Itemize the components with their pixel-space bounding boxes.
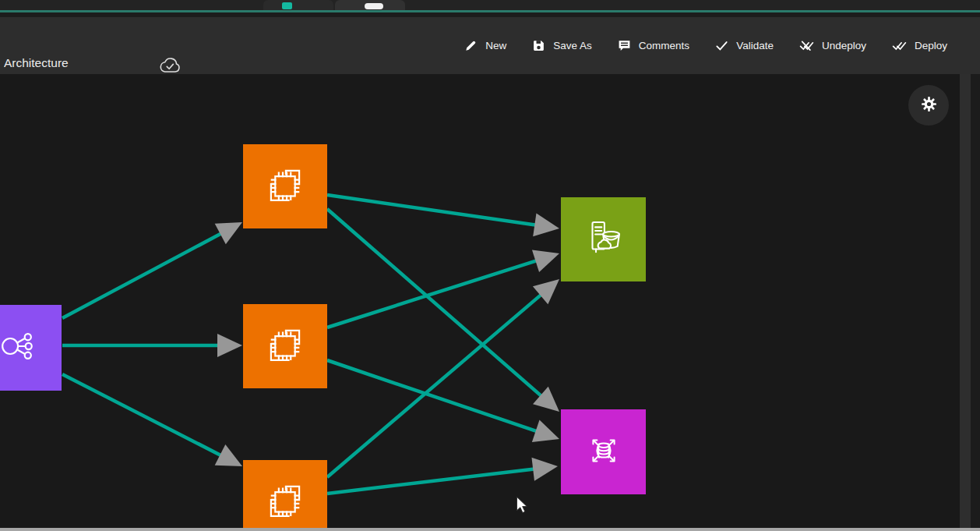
vertical-scrollbar[interactable] (960, 74, 971, 531)
arrowhead-compute-2-to-database (532, 420, 559, 442)
diagram-node-compute-3[interactable] (243, 460, 327, 531)
edge-compute-3-to-storage (327, 292, 544, 477)
arrowhead-compute-2-to-storage (532, 250, 559, 272)
canvas-settings-button[interactable] (908, 85, 949, 126)
edge-load-balancer-to-compute-1 (62, 232, 224, 318)
diagram-node-storage[interactable] (561, 197, 646, 281)
validate-button-label: Validate (736, 40, 774, 51)
undeploy-button[interactable]: Undeploy (798, 36, 868, 55)
storage-bucket-icon (581, 215, 626, 264)
toolbar: New Save As (0, 17, 980, 74)
deploy-button[interactable]: Deploy (890, 36, 949, 55)
comments-icon (618, 39, 631, 52)
gear-icon (920, 95, 938, 115)
comments-button-label: Comments (639, 40, 689, 51)
edge-compute-2-to-storage (327, 260, 540, 327)
app-window: New Save As (0, 0, 980, 531)
check-icon (715, 39, 728, 52)
edge-compute-3-to-database (327, 469, 538, 494)
compute-chip-icon (263, 162, 308, 211)
compute-chip-icon (263, 478, 308, 526)
save-as-button-label: Save As (553, 40, 592, 51)
edge-compute-1-to-storage (327, 195, 539, 225)
toolbar-actions: New Save As (463, 17, 949, 74)
diagram-node-compute-2[interactable] (243, 304, 327, 388)
app-logo-icon (282, 2, 292, 9)
edge-compute-2-to-database (327, 360, 540, 433)
diagram-canvas[interactable] (0, 74, 960, 531)
horizontal-scrollbar[interactable] (0, 528, 980, 531)
edge-load-balancer-to-compute-3 (62, 374, 224, 457)
deploy-button-label: Deploy (915, 40, 947, 51)
tab-label-fragment (365, 3, 383, 9)
browser-tab[interactable] (335, 0, 405, 10)
save-icon (532, 39, 545, 52)
diagram-edges (0, 74, 960, 531)
browser-tab[interactable] (263, 0, 333, 10)
diagram-node-database[interactable] (561, 409, 646, 494)
compute-chip-icon (263, 322, 308, 370)
load-balancer-icon (0, 324, 41, 372)
comments-button[interactable]: Comments (616, 36, 691, 55)
validate-button[interactable]: Validate (714, 36, 775, 55)
undeploy-button-label: Undeploy (822, 40, 866, 51)
save-as-button[interactable]: Save As (531, 36, 594, 55)
arrowhead-load-balancer-to-compute-2 (217, 334, 242, 357)
pencil-icon (464, 39, 478, 52)
browser-titlebar (0, 0, 980, 10)
new-button-label: New (485, 40, 506, 51)
scaling-database-icon (581, 428, 626, 476)
diagram-node-compute-1[interactable] (243, 144, 327, 228)
deploy-double-check-icon (892, 39, 907, 52)
diagram-node-load-balancer[interactable] (0, 305, 62, 391)
arrowhead-compute-1-to-storage (533, 214, 559, 237)
canvas-right-margin (971, 74, 980, 531)
new-button[interactable]: New (463, 36, 508, 55)
undeploy-double-check-slash-icon (799, 39, 814, 52)
arrowhead-compute-3-to-database (531, 458, 558, 481)
